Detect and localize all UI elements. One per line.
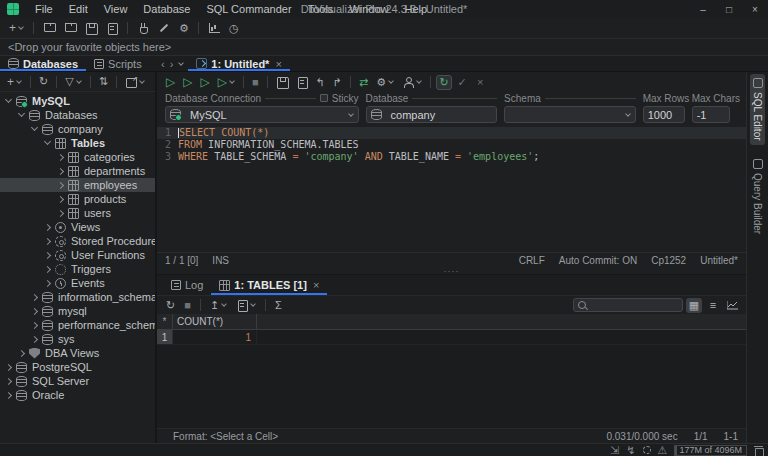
expander-icon[interactable]	[31, 321, 38, 328]
reload-result-button[interactable]: ↻	[163, 299, 178, 312]
tab-list-button[interactable]	[179, 60, 185, 66]
tab-scripts[interactable]: Scripts	[86, 56, 150, 71]
menu-view[interactable]: View	[96, 1, 136, 17]
execute-explain-button[interactable]: ▷	[215, 75, 238, 89]
compare-button[interactable]: ⇄	[356, 76, 371, 89]
schema-select[interactable]	[504, 106, 636, 123]
tree-item-employees[interactable]: employees	[0, 178, 155, 192]
nav-back-button[interactable]: ‹	[161, 58, 165, 70]
tree-item-triggers[interactable]: Triggers	[0, 262, 155, 276]
tree-item-categories[interactable]: categories	[0, 150, 155, 164]
tree-item-sql-server[interactable]: SQL Server	[0, 374, 155, 388]
refresh-tree-button[interactable]: ↻	[36, 75, 51, 88]
tree-item-tables[interactable]: Tables	[0, 136, 155, 150]
redo-button[interactable]: ↱	[330, 76, 345, 89]
save-script-as-button[interactable]	[293, 75, 311, 89]
tree-item-stored-procedures[interactable]: Stored Procedures	[0, 234, 155, 248]
expander-icon[interactable]	[31, 124, 38, 131]
permissions-button[interactable]	[399, 75, 425, 89]
code-line-1[interactable]: 1SELECT COUNT(*)	[157, 127, 746, 139]
expander-icon[interactable]	[31, 307, 38, 314]
tree-item-databases[interactable]: Databases	[0, 108, 155, 122]
tree-item-departments[interactable]: departments	[0, 164, 155, 178]
add-connection-button[interactable]: +	[4, 75, 25, 89]
collapse-all-button[interactable]: ⇅	[96, 75, 111, 88]
database-select[interactable]: company	[366, 106, 498, 123]
tree-item-oracle[interactable]: Oracle	[0, 388, 155, 402]
expander-icon[interactable]	[5, 391, 12, 398]
side-tab-query-builder[interactable]: Query Builder	[750, 155, 765, 238]
grid-view-button[interactable]: ▦	[686, 298, 702, 313]
max-rows-input[interactable]: 1000	[643, 106, 685, 123]
trash-icon[interactable]	[754, 445, 763, 456]
result-grid[interactable]: *COUNT(*)11	[157, 314, 746, 428]
expander-icon[interactable]	[44, 237, 51, 244]
expander-icon[interactable]	[44, 251, 51, 258]
expander-icon[interactable]	[18, 110, 25, 117]
monitor-button[interactable]	[205, 21, 223, 35]
menu-file[interactable]: File	[27, 1, 61, 17]
sql-editor[interactable]: 1SELECT COUNT(*)2FROM INFORMATION_SCHEMA…	[157, 126, 746, 252]
code-line-2[interactable]: 2FROM INFORMATION_SCHEMA.TABLES	[157, 139, 746, 151]
undo-button[interactable]: ↰	[313, 76, 328, 89]
expander-icon[interactable]	[5, 363, 12, 370]
aggregate-button[interactable]: Σ	[272, 299, 285, 312]
close-editor-button[interactable]: ×	[472, 75, 488, 90]
tree-item-sys[interactable]: sys	[0, 332, 155, 346]
result-search-input[interactable]	[573, 298, 683, 312]
save-as-button[interactable]	[103, 21, 121, 35]
expander-icon[interactable]	[57, 181, 64, 188]
expander-icon[interactable]	[18, 349, 25, 356]
memory-indicator[interactable]: 177M of 4096M	[674, 445, 747, 456]
edit-connection-button[interactable]	[155, 21, 173, 35]
open-recent-button[interactable]	[61, 21, 79, 35]
expander-icon[interactable]	[57, 153, 64, 160]
minimize-button[interactable]: –	[690, 0, 716, 18]
export-result-button[interactable]: ↥	[207, 299, 230, 312]
expander-icon[interactable]	[57, 209, 64, 216]
stop-button[interactable]: ■	[249, 76, 262, 89]
tree-item-information-schema[interactable]: information_schema	[0, 290, 155, 304]
tab-sql-commander[interactable]: 1: Untitled* ×	[188, 56, 290, 71]
chart-view-button[interactable]	[724, 298, 740, 313]
results-tab-log[interactable]: Log	[163, 275, 211, 295]
tree-item-performance-schema[interactable]: performance_schema	[0, 318, 155, 332]
expander-icon[interactable]	[5, 377, 12, 384]
warning-icon[interactable]: ⚠	[658, 445, 668, 456]
expander-icon[interactable]	[31, 335, 38, 342]
execute-current-button[interactable]: ▷	[180, 75, 195, 89]
max-chars-input[interactable]: -1	[692, 106, 730, 123]
resize-icon[interactable]: ⇲	[610, 445, 619, 456]
tree-item-dba-views[interactable]: DBA Views	[0, 346, 155, 360]
menu-database[interactable]: Database	[135, 1, 198, 17]
history-button[interactable]: ◷	[226, 22, 242, 35]
bolt-icon[interactable]: ↯	[626, 445, 635, 456]
filter-button[interactable]: ▽	[62, 75, 84, 88]
expander-icon[interactable]	[44, 265, 51, 272]
code-line-3[interactable]: 3WHERE TABLE_SCHEMA = 'company' AND TABL…	[157, 151, 746, 163]
grid-row[interactable]: 11	[157, 330, 746, 345]
tree-item-mysql[interactable]: MySQL	[0, 94, 155, 108]
save-button[interactable]	[82, 21, 100, 35]
editor-mode-toggle[interactable]: ↻	[436, 75, 452, 90]
commit-button[interactable]: ✓	[454, 75, 470, 90]
side-tab-sql-editor[interactable]: SQL Editor	[750, 74, 765, 145]
menu-sql-commander[interactable]: SQL Commander	[198, 1, 299, 17]
connect-button[interactable]	[134, 21, 152, 35]
grid-corner-cell[interactable]: *	[157, 314, 173, 329]
settings-button[interactable]: ⚙	[176, 22, 192, 35]
tree-item-company[interactable]: company	[0, 122, 155, 136]
tab-databases[interactable]: Databases	[0, 56, 86, 71]
tree-item-user-functions[interactable]: User Functions	[0, 248, 155, 262]
execute-buffer-button[interactable]: ▷	[197, 75, 212, 89]
editor-settings-button[interactable]: ⚙	[373, 76, 397, 89]
expander-icon[interactable]	[31, 293, 38, 300]
grid-column-header[interactable]: COUNT(*)	[173, 314, 257, 329]
tree-item-users[interactable]: users	[0, 206, 155, 220]
new-button[interactable]: +	[6, 21, 27, 35]
close-window-button[interactable]: ×	[742, 0, 768, 18]
result-format-button[interactable]	[233, 298, 259, 312]
expander-icon[interactable]	[57, 167, 64, 174]
expander-icon[interactable]	[57, 195, 64, 202]
tree-item-mysql[interactable]: mysql	[0, 304, 155, 318]
